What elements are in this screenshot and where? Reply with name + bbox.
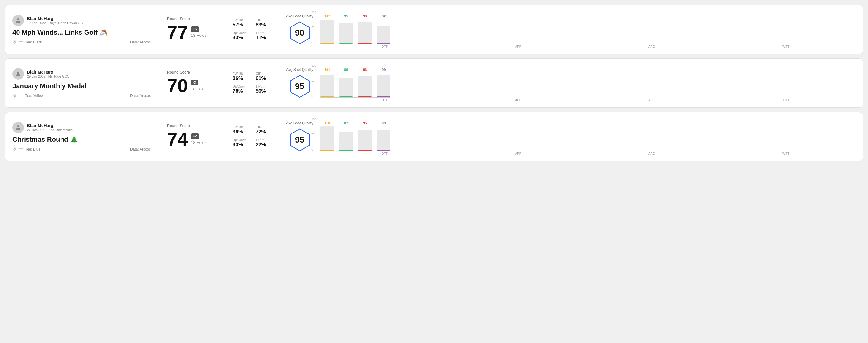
user-name: Blair McHarg — [27, 70, 69, 74]
user-icon — [15, 17, 22, 24]
weather-icon — [12, 147, 17, 151]
bar-group-app: 95 — [339, 14, 353, 44]
avatar — [12, 14, 24, 26]
tee-icon — [19, 94, 23, 97]
gir-stat: GIR 72% — [256, 125, 273, 135]
stats-grid: FW Hit 86% GIR 61% Up/Down 78% 1 Putt 56… — [232, 72, 272, 94]
fw-hit-value: 86% — [232, 75, 250, 82]
fw-hit-stat: FW Hit 57% — [232, 18, 250, 28]
card-footer: Tee: Yellow Data: Arccos — [12, 94, 151, 98]
chart-section: Avg Shot Quality 90 100 50 0 — [280, 11, 856, 48]
score-section: Round Score 77 +5 18 Holes — [158, 17, 225, 43]
gir-stat: GIR 83% — [256, 18, 273, 28]
bar-chart: 100 50 0 101 86 — [320, 64, 849, 102]
bar-group-arg: 98 — [358, 14, 372, 44]
user-name: Blair McHarg — [27, 16, 83, 21]
fw-hit-label: FW Hit — [232, 18, 250, 22]
bar-group-ott: 101 — [320, 68, 334, 97]
stats-section: FW Hit 86% GIR 61% Up/Down 78% 1 Putt 56… — [225, 72, 280, 94]
tee-icon — [19, 148, 23, 151]
tee-info: Tee: Blue — [12, 147, 40, 151]
tee-info: Tee: Yellow — [12, 94, 43, 98]
round-score-label: Round Score — [167, 123, 216, 128]
date-course: 27 Dec 2021 · The Oxfordshire — [27, 128, 73, 132]
bar-group-ott: 107 — [320, 14, 334, 44]
up-down-label: Up/Down — [232, 138, 250, 142]
up-down-value: 33% — [232, 142, 250, 148]
up-down-value: 78% — [232, 88, 250, 94]
bar-group-putt: 93 — [377, 121, 391, 151]
stats-section: FW Hit 36% GIR 72% Up/Down 33% 1 Putt 22… — [225, 125, 280, 148]
tee-label: Tee: Blue — [25, 147, 40, 151]
avg-shot-quality-label: Avg Shot Quality — [286, 67, 313, 72]
up-down-stat: Up/Down 33% — [232, 138, 250, 148]
hex-score: 95 — [295, 82, 304, 91]
user-row: Blair McHarg 27 Dec 2021 · The Oxfordshi… — [12, 122, 151, 133]
svg-point-5 — [14, 95, 16, 97]
up-down-value: 33% — [232, 35, 250, 41]
user-info: Blair McHarg 29 Jan 2022 · Mill Ride GCC — [27, 70, 69, 78]
round-score-label: Round Score — [167, 17, 216, 21]
user-name: Blair McHarg — [27, 123, 73, 128]
user-row: Blair McHarg 29 Jan 2022 · Mill Ride GCC — [12, 68, 151, 80]
bar-group-ott: 110 — [320, 121, 334, 151]
hexagon-container: 95 — [288, 128, 312, 152]
svg-point-9 — [14, 148, 16, 150]
score-section: Round Score 74 +2 18 Holes — [158, 123, 225, 150]
round-card: Blair McHarg 27 Dec 2021 · The Oxfordshi… — [5, 112, 863, 161]
one-putt-label: 1 Putt — [256, 138, 273, 142]
gir-value: 72% — [256, 129, 273, 135]
score-diff-badge: -2 — [191, 80, 198, 86]
gir-value: 83% — [256, 22, 273, 28]
chart-section: Avg Shot Quality 95 100 50 0 — [280, 118, 856, 155]
one-putt-label: 1 Putt — [256, 31, 273, 35]
user-icon — [15, 124, 22, 131]
round-title: 40 Mph Winds... Links Golf 🪃 — [12, 29, 151, 36]
user-icon — [15, 70, 22, 77]
svg-point-0 — [17, 18, 19, 20]
fw-hit-value: 36% — [232, 129, 250, 135]
avatar — [12, 68, 24, 80]
data-source: Data: Arccos — [130, 94, 151, 98]
score-number: 77 — [167, 23, 188, 42]
up-down-label: Up/Down — [232, 31, 250, 35]
card-left: Blair McHarg 12 Feb 2022 · Royal North D… — [12, 14, 158, 44]
one-putt-stat: 1 Putt 56% — [256, 85, 273, 94]
holes-label: 18 Holes — [191, 33, 207, 38]
stats-grid: FW Hit 36% GIR 72% Up/Down 33% 1 Putt 22… — [232, 125, 272, 148]
bar-group-arg: 95 — [358, 121, 372, 151]
round-card: Blair McHarg 29 Jan 2022 · Mill Ride GCC… — [5, 58, 863, 107]
score-row: 74 +2 18 Holes — [167, 130, 216, 149]
hex-score: 95 — [295, 135, 304, 145]
tee-info: Tee: Black — [12, 40, 42, 44]
svg-point-1 — [14, 41, 16, 43]
hexagon-container: 90 — [288, 21, 312, 45]
tee-label: Tee: Black — [25, 40, 42, 44]
bar-group-putt: 82 — [377, 14, 391, 44]
card-footer: Tee: Blue Data: Arccos — [12, 147, 151, 151]
chart-section: Avg Shot Quality 95 100 50 0 — [280, 64, 856, 102]
bar-group-app: 87 — [339, 121, 353, 151]
bar-group-app: 86 — [339, 68, 353, 97]
bar-chart: 100 50 0 107 95 — [320, 11, 849, 48]
user-info: Blair McHarg 12 Feb 2022 · Royal North D… — [27, 16, 83, 25]
svg-point-8 — [17, 125, 19, 127]
score-number: 70 — [167, 76, 188, 95]
card-footer: Tee: Black Data: Arccos — [12, 40, 151, 44]
tee-icon — [19, 41, 23, 44]
gir-value: 61% — [256, 75, 273, 82]
holes-label: 18 Holes — [191, 87, 207, 91]
score-section: Round Score 70 -2 18 Holes — [158, 70, 225, 96]
fw-hit-label: FW Hit — [232, 72, 250, 75]
one-putt-label: 1 Putt — [256, 85, 273, 88]
date-course: 12 Feb 2022 · Royal North Devon GC — [27, 21, 83, 25]
weather-icon — [12, 40, 17, 44]
score-row: 77 +5 18 Holes — [167, 23, 216, 42]
one-putt-value: 11% — [256, 35, 273, 41]
bar-chart: 100 50 0 110 87 — [320, 118, 849, 155]
gir-label: GIR — [256, 72, 273, 75]
round-title: January Monthly Medal — [12, 82, 151, 90]
stats-section: FW Hit 57% GIR 83% Up/Down 33% 1 Putt 11… — [225, 18, 280, 41]
gir-label: GIR — [256, 18, 273, 22]
one-putt-value: 22% — [256, 142, 273, 148]
